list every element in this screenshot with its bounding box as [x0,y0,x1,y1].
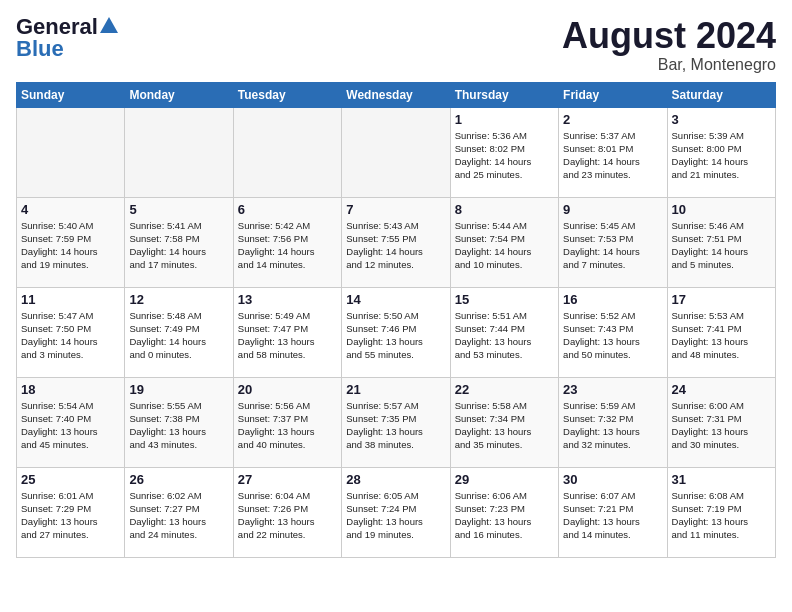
day-number: 26 [129,472,228,487]
day-detail: Sunrise: 5:55 AMSunset: 7:38 PMDaylight:… [129,399,228,452]
logo-general-text: General [16,16,98,38]
logo-blue-text: Blue [16,38,64,60]
day-detail: Sunrise: 5:47 AMSunset: 7:50 PMDaylight:… [21,309,120,362]
column-header-thursday: Thursday [450,82,558,107]
day-number: 28 [346,472,445,487]
day-detail: Sunrise: 5:56 AMSunset: 7:37 PMDaylight:… [238,399,337,452]
calendar-day-cell: 1Sunrise: 5:36 AMSunset: 8:02 PMDaylight… [450,107,558,197]
calendar-week-row: 1Sunrise: 5:36 AMSunset: 8:02 PMDaylight… [17,107,776,197]
logo-triangle-icon [100,17,118,33]
calendar-day-cell: 9Sunrise: 5:45 AMSunset: 7:53 PMDaylight… [559,197,667,287]
calendar-day-cell: 14Sunrise: 5:50 AMSunset: 7:46 PMDayligh… [342,287,450,377]
day-detail: Sunrise: 5:49 AMSunset: 7:47 PMDaylight:… [238,309,337,362]
calendar-day-cell: 8Sunrise: 5:44 AMSunset: 7:54 PMDaylight… [450,197,558,287]
month-title: August 2024 [562,16,776,56]
day-detail: Sunrise: 5:45 AMSunset: 7:53 PMDaylight:… [563,219,662,272]
day-number: 24 [672,382,771,397]
calendar-day-cell [125,107,233,197]
day-number: 13 [238,292,337,307]
day-detail: Sunrise: 5:50 AMSunset: 7:46 PMDaylight:… [346,309,445,362]
day-number: 22 [455,382,554,397]
calendar-week-row: 4Sunrise: 5:40 AMSunset: 7:59 PMDaylight… [17,197,776,287]
day-detail: Sunrise: 6:06 AMSunset: 7:23 PMDaylight:… [455,489,554,542]
calendar-day-cell: 15Sunrise: 5:51 AMSunset: 7:44 PMDayligh… [450,287,558,377]
day-number: 29 [455,472,554,487]
day-detail: Sunrise: 5:54 AMSunset: 7:40 PMDaylight:… [21,399,120,452]
calendar-day-cell: 26Sunrise: 6:02 AMSunset: 7:27 PMDayligh… [125,467,233,557]
calendar-day-cell: 25Sunrise: 6:01 AMSunset: 7:29 PMDayligh… [17,467,125,557]
day-detail: Sunrise: 5:44 AMSunset: 7:54 PMDaylight:… [455,219,554,272]
day-number: 31 [672,472,771,487]
day-number: 11 [21,292,120,307]
calendar-day-cell: 13Sunrise: 5:49 AMSunset: 7:47 PMDayligh… [233,287,341,377]
day-number: 14 [346,292,445,307]
calendar-table: SundayMondayTuesdayWednesdayThursdayFrid… [16,82,776,558]
calendar-day-cell [17,107,125,197]
day-number: 30 [563,472,662,487]
calendar-day-cell: 18Sunrise: 5:54 AMSunset: 7:40 PMDayligh… [17,377,125,467]
calendar-day-cell: 19Sunrise: 5:55 AMSunset: 7:38 PMDayligh… [125,377,233,467]
column-header-sunday: Sunday [17,82,125,107]
day-detail: Sunrise: 5:36 AMSunset: 8:02 PMDaylight:… [455,129,554,182]
day-number: 4 [21,202,120,217]
calendar-week-row: 18Sunrise: 5:54 AMSunset: 7:40 PMDayligh… [17,377,776,467]
day-detail: Sunrise: 5:53 AMSunset: 7:41 PMDaylight:… [672,309,771,362]
day-number: 21 [346,382,445,397]
day-number: 25 [21,472,120,487]
day-number: 7 [346,202,445,217]
logo: General Blue [16,16,118,60]
day-number: 3 [672,112,771,127]
column-header-saturday: Saturday [667,82,775,107]
day-detail: Sunrise: 6:01 AMSunset: 7:29 PMDaylight:… [21,489,120,542]
day-number: 5 [129,202,228,217]
calendar-day-cell: 31Sunrise: 6:08 AMSunset: 7:19 PMDayligh… [667,467,775,557]
svg-marker-0 [100,17,118,33]
day-detail: Sunrise: 6:08 AMSunset: 7:19 PMDaylight:… [672,489,771,542]
day-detail: Sunrise: 6:07 AMSunset: 7:21 PMDaylight:… [563,489,662,542]
calendar-day-cell: 16Sunrise: 5:52 AMSunset: 7:43 PMDayligh… [559,287,667,377]
day-number: 6 [238,202,337,217]
calendar-header-row: SundayMondayTuesdayWednesdayThursdayFrid… [17,82,776,107]
column-header-monday: Monday [125,82,233,107]
calendar-day-cell: 29Sunrise: 6:06 AMSunset: 7:23 PMDayligh… [450,467,558,557]
calendar-day-cell: 22Sunrise: 5:58 AMSunset: 7:34 PMDayligh… [450,377,558,467]
calendar-day-cell: 21Sunrise: 5:57 AMSunset: 7:35 PMDayligh… [342,377,450,467]
day-detail: Sunrise: 5:57 AMSunset: 7:35 PMDaylight:… [346,399,445,452]
day-number: 16 [563,292,662,307]
day-detail: Sunrise: 5:48 AMSunset: 7:49 PMDaylight:… [129,309,228,362]
calendar-day-cell: 2Sunrise: 5:37 AMSunset: 8:01 PMDaylight… [559,107,667,197]
calendar-day-cell [342,107,450,197]
calendar-week-row: 11Sunrise: 5:47 AMSunset: 7:50 PMDayligh… [17,287,776,377]
day-number: 9 [563,202,662,217]
calendar-day-cell: 3Sunrise: 5:39 AMSunset: 8:00 PMDaylight… [667,107,775,197]
day-number: 10 [672,202,771,217]
day-detail: Sunrise: 6:05 AMSunset: 7:24 PMDaylight:… [346,489,445,542]
day-number: 8 [455,202,554,217]
day-number: 19 [129,382,228,397]
day-detail: Sunrise: 5:39 AMSunset: 8:00 PMDaylight:… [672,129,771,182]
calendar-week-row: 25Sunrise: 6:01 AMSunset: 7:29 PMDayligh… [17,467,776,557]
calendar-day-cell: 20Sunrise: 5:56 AMSunset: 7:37 PMDayligh… [233,377,341,467]
column-header-friday: Friday [559,82,667,107]
day-detail: Sunrise: 5:59 AMSunset: 7:32 PMDaylight:… [563,399,662,452]
calendar-day-cell: 6Sunrise: 5:42 AMSunset: 7:56 PMDaylight… [233,197,341,287]
day-detail: Sunrise: 5:46 AMSunset: 7:51 PMDaylight:… [672,219,771,272]
day-number: 1 [455,112,554,127]
day-detail: Sunrise: 5:52 AMSunset: 7:43 PMDaylight:… [563,309,662,362]
day-detail: Sunrise: 5:51 AMSunset: 7:44 PMDaylight:… [455,309,554,362]
calendar-day-cell [233,107,341,197]
day-detail: Sunrise: 5:43 AMSunset: 7:55 PMDaylight:… [346,219,445,272]
day-number: 23 [563,382,662,397]
day-number: 17 [672,292,771,307]
column-header-tuesday: Tuesday [233,82,341,107]
day-detail: Sunrise: 5:42 AMSunset: 7:56 PMDaylight:… [238,219,337,272]
calendar-day-cell: 10Sunrise: 5:46 AMSunset: 7:51 PMDayligh… [667,197,775,287]
day-detail: Sunrise: 6:02 AMSunset: 7:27 PMDaylight:… [129,489,228,542]
location-title: Bar, Montenegro [562,56,776,74]
calendar-day-cell: 23Sunrise: 5:59 AMSunset: 7:32 PMDayligh… [559,377,667,467]
day-number: 18 [21,382,120,397]
calendar-day-cell: 24Sunrise: 6:00 AMSunset: 7:31 PMDayligh… [667,377,775,467]
day-detail: Sunrise: 6:04 AMSunset: 7:26 PMDaylight:… [238,489,337,542]
calendar-day-cell: 30Sunrise: 6:07 AMSunset: 7:21 PMDayligh… [559,467,667,557]
day-detail: Sunrise: 5:41 AMSunset: 7:58 PMDaylight:… [129,219,228,272]
